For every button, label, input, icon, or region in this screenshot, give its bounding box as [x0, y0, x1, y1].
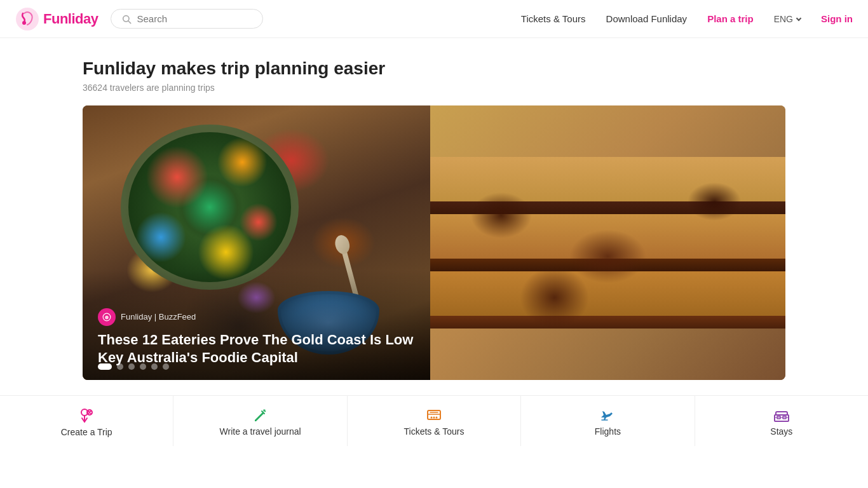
- search-bar[interactable]: [111, 9, 263, 29]
- carousel-left-panel: Funliday | BuzzFeed These 12 Eateries Pr…: [83, 105, 430, 380]
- search-icon: [121, 14, 132, 24]
- header: Funliday Tickets & Tours Download Funlid…: [0, 0, 868, 38]
- carousel-right-panel: [430, 105, 785, 380]
- source-logo-icon: [102, 313, 111, 322]
- tickets-tours-icon: [425, 406, 443, 424]
- create-trip-label: Create a Trip: [61, 427, 112, 437]
- svg-point-7: [263, 409, 266, 412]
- tickets-tours-label: Tickets & Tours: [404, 426, 465, 437]
- bottom-item-flights[interactable]: Flights: [521, 396, 695, 446]
- sign-in-link[interactable]: Sign in: [821, 13, 853, 24]
- stays-label: Stays: [770, 426, 792, 437]
- page-title: Funliday makes trip planning easier: [83, 58, 785, 79]
- plate-inner: [128, 132, 291, 282]
- bottom-item-travel-journal[interactable]: Write a travel journal: [173, 396, 347, 446]
- create-trip-svg: [77, 405, 96, 424]
- source-icon: [98, 308, 116, 326]
- stays-icon: [773, 406, 790, 424]
- header-nav: Tickets & Tours Download Funliday Plan a…: [521, 13, 853, 24]
- carousel-source: Funliday | BuzzFeed: [98, 308, 415, 326]
- search-input[interactable]: [137, 13, 252, 24]
- food-right-bg: [430, 105, 785, 380]
- funliday-logo-icon: [15, 7, 39, 31]
- flights-icon: [599, 406, 616, 424]
- plate-circle: [121, 125, 299, 290]
- carousel-dot-3[interactable]: [128, 363, 135, 370]
- create-trip-icon: [77, 405, 96, 424]
- carousel-title: These 12 Eateries Prove The Gold Coast I…: [98, 331, 415, 367]
- main-content: Funliday makes trip planning easier 3662…: [0, 38, 868, 395]
- svg-point-9: [431, 416, 433, 418]
- carousel-dot-1[interactable]: [98, 363, 112, 370]
- bottom-item-tickets-tours[interactable]: Tickets & Tours: [348, 396, 521, 446]
- carousel-dot-4[interactable]: [140, 363, 146, 370]
- page-subtitle: 36624 travelers are planning trips: [83, 83, 785, 93]
- carousel-dots: [98, 363, 169, 370]
- bottom-item-stays[interactable]: Stays: [695, 396, 868, 446]
- bottom-item-create-trip[interactable]: Create a Trip: [0, 396, 173, 446]
- svg-point-11: [436, 416, 438, 418]
- language-label: ENG: [774, 14, 793, 24]
- nav-download[interactable]: Download Funliday: [606, 13, 688, 24]
- chocolate-drip: [430, 105, 785, 380]
- logo-link[interactable]: Funliday: [15, 7, 98, 31]
- language-selector[interactable]: ENG: [774, 14, 801, 24]
- flights-label: Flights: [595, 426, 621, 437]
- source-label: Funliday | BuzzFeed: [121, 312, 196, 322]
- svg-point-1: [22, 21, 26, 25]
- carousel-dot-5[interactable]: [151, 363, 158, 370]
- svg-point-10: [433, 416, 435, 418]
- hero-carousel[interactable]: Funliday | BuzzFeed These 12 Eateries Pr…: [83, 105, 785, 380]
- journal-svg: [252, 406, 269, 424]
- travel-journal-label: Write a travel journal: [220, 426, 301, 437]
- carousel-dot-2[interactable]: [117, 363, 123, 370]
- travel-journal-icon: [252, 406, 269, 424]
- bottom-bar: Create a Trip Write a travel journal Tic: [0, 395, 868, 446]
- nav-tickets-tours[interactable]: Tickets & Tours: [521, 13, 586, 24]
- nav-plan-trip[interactable]: Plan a trip: [707, 13, 754, 24]
- tickets-svg: [425, 406, 443, 424]
- flights-svg: [599, 406, 616, 424]
- carousel-dot-6[interactable]: [163, 363, 169, 370]
- stays-svg: [773, 406, 790, 424]
- chevron-down-icon: [796, 15, 801, 20]
- svg-point-0: [16, 8, 39, 30]
- svg-line-3: [128, 21, 131, 24]
- logo-text: Funliday: [43, 11, 98, 27]
